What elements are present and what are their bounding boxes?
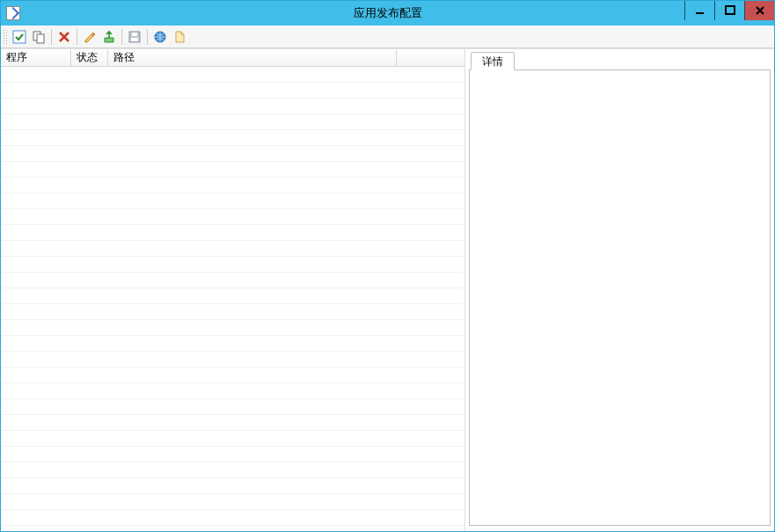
close-icon [753, 4, 767, 18]
table-row [1, 431, 464, 447]
svg-rect-1 [726, 6, 735, 14]
svg-rect-4 [37, 34, 44, 43]
tab-strip: 详情 [469, 51, 771, 70]
grid-header: 程序 状态 路径 [1, 49, 464, 67]
window-controls [684, 1, 774, 20]
table-row [1, 67, 464, 83]
select-all-icon [12, 30, 26, 44]
table-row [1, 510, 464, 526]
column-header-program[interactable]: 程序 [1, 49, 71, 66]
tab-detail[interactable]: 详情 [471, 52, 515, 70]
table-row [1, 209, 464, 225]
table-row [1, 193, 464, 209]
table-row [1, 146, 464, 162]
svg-rect-6 [132, 33, 137, 36]
maximize-button[interactable] [714, 1, 744, 20]
minimize-icon [693, 4, 707, 18]
column-header-status[interactable]: 状态 [71, 49, 108, 66]
app-window: 应用发布配置 [0, 0, 775, 532]
delete-button[interactable] [55, 27, 74, 47]
toolbar-separator [77, 29, 77, 45]
table-row [1, 415, 464, 431]
table-row [1, 320, 464, 336]
table-row [1, 241, 464, 257]
table-row [1, 383, 464, 399]
save-icon [128, 30, 142, 44]
title-bar: 应用发布配置 [1, 1, 774, 26]
web-button[interactable] [150, 27, 170, 47]
table-row [1, 288, 464, 304]
svg-rect-7 [131, 38, 138, 41]
column-header-path[interactable]: 路径 [108, 49, 397, 66]
left-pane: 程序 状态 路径 [1, 49, 465, 531]
toolbar [1, 26, 774, 48]
table-row [1, 83, 464, 98]
table-row [1, 336, 464, 352]
column-header-extra[interactable] [397, 49, 464, 66]
toolbar-separator [121, 29, 122, 45]
table-row [1, 352, 464, 368]
toolbar-separator [51, 29, 52, 45]
close-button[interactable] [744, 1, 774, 20]
table-row [1, 257, 464, 273]
table-row [1, 368, 464, 383]
document-icon [172, 30, 186, 44]
detail-panel [469, 70, 771, 526]
main-body: 程序 状态 路径 [1, 48, 774, 531]
maximize-icon [723, 4, 737, 18]
edit-icon [83, 30, 97, 44]
minimize-button[interactable] [684, 1, 714, 20]
table-row [1, 494, 464, 510]
table-row [1, 162, 464, 178]
delete-icon [57, 30, 71, 44]
select-all-button[interactable] [10, 27, 29, 47]
grid-body[interactable] [1, 67, 464, 531]
web-icon [153, 30, 167, 44]
table-row [1, 399, 464, 415]
table-row [1, 447, 464, 463]
edit-button[interactable] [80, 27, 99, 47]
table-row [1, 273, 464, 288]
table-row [1, 114, 464, 130]
table-row [1, 463, 464, 478]
svg-rect-2 [13, 31, 26, 43]
app-icon [6, 6, 20, 20]
copy-icon [32, 30, 46, 44]
save-button[interactable] [125, 27, 144, 47]
export-button[interactable] [99, 27, 119, 47]
window-title: 应用发布配置 [1, 5, 774, 21]
table-row [1, 130, 464, 146]
table-row [1, 478, 464, 494]
svg-rect-0 [696, 12, 704, 14]
table-row [1, 98, 464, 114]
copy-button[interactable] [29, 27, 48, 47]
table-row [1, 178, 464, 193]
table-row [1, 304, 464, 320]
toolbar-grip [3, 29, 8, 45]
document-button[interactable] [170, 27, 189, 47]
table-row [1, 225, 464, 241]
toolbar-separator [147, 29, 148, 45]
right-pane: 详情 [465, 49, 774, 531]
export-icon [102, 30, 116, 44]
